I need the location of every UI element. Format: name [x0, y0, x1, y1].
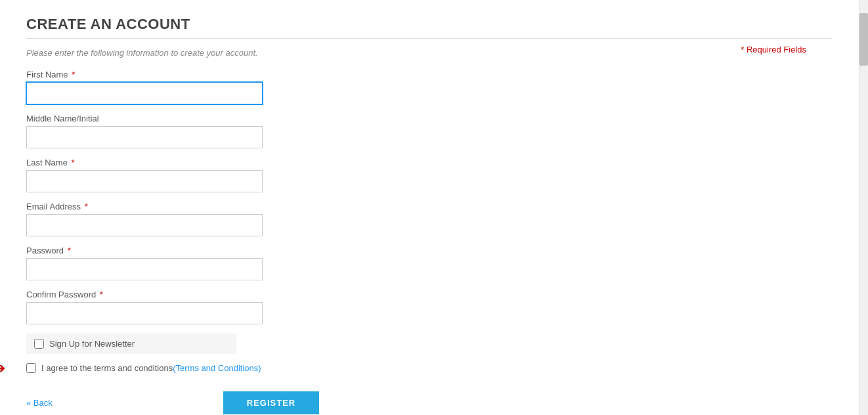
first-name-group: First Name * — [26, 70, 833, 104]
middle-name-group: Middle Name/Initial — [26, 114, 833, 148]
confirm-password-label: Confirm Password * — [26, 290, 833, 299]
last-name-label: Last Name * — [26, 158, 833, 167]
email-input[interactable] — [26, 214, 263, 236]
confirm-password-group: Confirm Password * — [26, 290, 833, 324]
first-name-required-star: * — [70, 70, 76, 79]
back-link[interactable]: « Back — [26, 398, 53, 408]
first-name-input[interactable] — [26, 82, 263, 104]
middle-name-input[interactable] — [26, 126, 263, 148]
password-required-star: * — [65, 246, 71, 255]
terms-wrapper: ➔ I agree to the terms and conditions (T… — [26, 363, 833, 373]
footer-actions: « Back REGISTER — [26, 391, 833, 414]
form-subtitle: Please enter the following information t… — [26, 48, 833, 58]
page-title: CREATE AN ACCOUNT — [26, 16, 833, 33]
scrollbar-thumb[interactable] — [859, 13, 868, 66]
newsletter-wrapper: Sign Up for Newsletter — [26, 334, 236, 354]
password-group: Password * — [26, 246, 833, 280]
newsletter-checkbox[interactable] — [34, 339, 44, 349]
newsletter-label: Sign Up for Newsletter — [49, 339, 135, 349]
middle-name-label: Middle Name/Initial — [26, 114, 833, 123]
email-label: Email Address * — [26, 202, 833, 211]
password-input[interactable] — [26, 258, 263, 280]
last-name-group: Last Name * — [26, 158, 833, 192]
terms-link[interactable]: (Terms and Conditions) — [173, 363, 261, 373]
first-name-label: First Name * — [26, 70, 833, 79]
email-required-star: * — [82, 202, 88, 211]
password-label: Password * — [26, 246, 833, 255]
last-name-input[interactable] — [26, 170, 263, 192]
confirm-password-required-star: * — [97, 290, 103, 299]
required-notice: * Required Fields — [741, 45, 806, 55]
confirm-password-input[interactable] — [26, 302, 263, 324]
register-button[interactable]: REGISTER — [223, 391, 319, 414]
email-group: Email Address * — [26, 202, 833, 236]
title-divider — [26, 38, 833, 39]
scrollbar[interactable] — [859, 0, 868, 415]
terms-arrow-icon: ➔ — [0, 360, 5, 377]
terms-checkbox[interactable] — [26, 363, 36, 373]
terms-text: I agree to the terms and conditions — [41, 363, 173, 373]
last-name-required-star: * — [69, 158, 75, 167]
